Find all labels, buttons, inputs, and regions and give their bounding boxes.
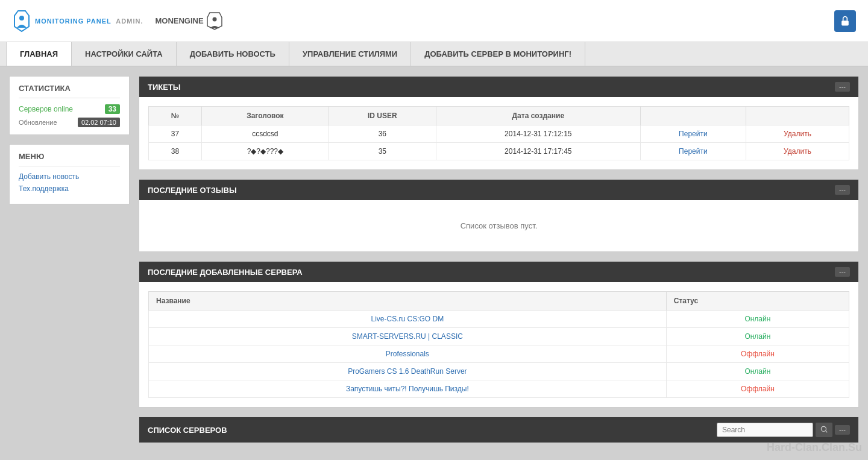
tickets-title: ТИКЕТЫ — [148, 83, 181, 92]
server-list-title: СПИСОК СЕРВЕРОВ — [148, 426, 227, 435]
svg-marker-0 — [14, 11, 29, 31]
nav-item-settings[interactable]: НАСТРОЙКИ САЙТА — [72, 42, 177, 66]
col-num: № — [149, 107, 202, 125]
reviews-empty: Список отзывов пуст. — [148, 209, 849, 242]
last-servers-btn[interactable]: --- — [835, 267, 850, 277]
server-status: Оффлайн — [666, 380, 849, 398]
col-server-status: Статус — [666, 292, 849, 310]
stats-title: СТАТИСТИКА — [19, 84, 120, 98]
svg-point-5 — [821, 426, 826, 431]
lock-button[interactable] — [834, 10, 856, 32]
search-icon — [820, 425, 828, 433]
ticket-delete[interactable]: Удалить — [746, 143, 849, 160]
servers-online-count: 33 — [105, 104, 120, 114]
tickets-table: № Заголовок ID USER Дата создание 37 ccs… — [148, 106, 849, 160]
nav-item-styles[interactable]: УПРАВЛЕНИЕ СТИЛЯМИ — [289, 42, 411, 66]
server-status: Онлайн — [666, 310, 849, 328]
svg-point-1 — [19, 16, 24, 20]
nav-item-add-server[interactable]: ДОБАВИТЬ СЕРВЕР В МОНИТОРИНГ! — [411, 42, 585, 66]
search-wrap: --- — [717, 423, 850, 437]
update-label: Обновление — [19, 119, 57, 126]
nav-item-home[interactable]: ГЛАВНАЯ — [6, 42, 72, 66]
server-list-btn[interactable]: --- — [835, 425, 850, 435]
logo-monitoring: MONITORING PANEL ADMIN. — [12, 10, 143, 33]
server-name[interactable]: Live-CS.ru CS:GO DM — [149, 310, 667, 328]
table-row: 38 ?◆?◆???◆ 35 2014-12-31 17:17:45 Перей… — [149, 143, 849, 160]
svg-line-6 — [826, 431, 828, 433]
search-input[interactable] — [717, 423, 813, 437]
last-servers-title: ПОСЛЕДНИЕ ДОБАВЛЕННЫЕ СЕРВЕРА — [148, 268, 303, 277]
server-status: Онлайн — [666, 328, 849, 345]
last-servers-header: ПОСЛЕДНИЕ ДОБАВЛЕННЫЕ СЕРВЕРА --- — [139, 262, 858, 282]
last-servers-body: Название Статус Live-CS.ru CS:GO DM Онла… — [139, 282, 858, 407]
ticket-go[interactable]: Перейти — [640, 143, 746, 160]
reviews-body: Список отзывов пуст. — [139, 200, 858, 251]
col-date: Дата создание — [436, 107, 640, 125]
ticket-userid: 35 — [329, 143, 436, 160]
svg-rect-4 — [841, 20, 849, 25]
table-row: 37 ccsdcsd 36 2014-12-31 17:12:15 Перейт… — [149, 125, 849, 143]
tickets-panel: ТИКЕТЫ --- № Заголовок ID USER Дата созд… — [139, 76, 859, 170]
ticket-num: 38 — [149, 143, 202, 160]
cs-player-icon — [12, 10, 31, 33]
server-name[interactable]: ProGamers CS 1.6 DeathRun Server — [149, 363, 667, 380]
list-item: ProGamers CS 1.6 DeathRun Server Онлайн — [149, 363, 849, 380]
stats-section: СТАТИСТИКА Серверов online 33 Обновление… — [9, 76, 130, 135]
reviews-btn[interactable]: --- — [835, 185, 850, 195]
menu-section: МЕНЮ Добавить новость Тех.поддержка — [9, 144, 130, 204]
ticket-userid: 36 — [329, 125, 436, 143]
list-item: Professionals Оффлайн — [149, 345, 849, 363]
navigation: ГЛАВНАЯ НАСТРОЙКИ САЙТА ДОБАВИТЬ НОВОСТЬ… — [0, 42, 868, 67]
monengine-icon — [206, 11, 223, 31]
servers-online-label: Серверов online — [19, 105, 73, 113]
server-status: Онлайн — [666, 363, 849, 380]
server-list-header: СПИСОК СЕРВЕРОВ --- — [139, 417, 858, 443]
ticket-date: 2014-12-31 17:12:15 — [436, 125, 640, 143]
ticket-num: 37 — [149, 125, 202, 143]
tickets-body: № Заголовок ID USER Дата создание 37 ccs… — [139, 97, 858, 169]
logo-monengine: MONENGINE — [155, 11, 222, 31]
col-action1 — [640, 107, 746, 125]
main-layout: СТАТИСТИКА Серверов online 33 Обновление… — [0, 67, 868, 460]
menu-title: МЕНЮ — [19, 152, 120, 166]
server-name[interactable]: Запустишь читы?! Получишь Пизды! — [149, 380, 667, 398]
header-logo: MONITORING PANEL ADMIN. MONENGINE — [12, 10, 223, 33]
ticket-subject: ?◆?◆???◆ — [201, 143, 329, 160]
update-time: 02.02 07:10 — [78, 118, 120, 127]
last-servers-panel: ПОСЛЕДНИЕ ДОБАВЛЕННЫЕ СЕРВЕРА --- Назван… — [139, 261, 859, 408]
update-row: Обновление 02.02 07:10 — [19, 118, 120, 127]
ticket-subject: ccsdcsd — [201, 125, 329, 143]
menu-add-news[interactable]: Добавить новость — [19, 172, 120, 181]
server-name[interactable]: SMART-SERVERS.RU | CLASSIC — [149, 328, 667, 345]
header: MONITORING PANEL ADMIN. MONENGINE — [0, 0, 868, 42]
svg-point-3 — [212, 17, 216, 21]
tickets-header: ТИКЕТЫ --- — [139, 77, 858, 97]
lock-icon — [839, 15, 851, 27]
content: ТИКЕТЫ --- № Заголовок ID USER Дата созд… — [139, 76, 859, 452]
reviews-panel: ПОСЛЕДНИЕ ОТЗЫВЫ --- Список отзывов пуст… — [139, 179, 859, 252]
nav-item-add-news[interactable]: ДОБАВИТЬ НОВОСТЬ — [177, 42, 289, 66]
tickets-btn[interactable]: --- — [835, 82, 850, 92]
reviews-title: ПОСЛЕДНИЕ ОТЗЫВЫ — [148, 186, 237, 195]
col-userid: ID USER — [329, 107, 436, 125]
list-item: SMART-SERVERS.RU | CLASSIC Онлайн — [149, 328, 849, 345]
menu-tech-support[interactable]: Тех.поддержка — [19, 184, 120, 193]
last-servers-table: Название Статус Live-CS.ru CS:GO DM Онла… — [148, 291, 849, 398]
search-button[interactable] — [816, 423, 832, 437]
logo-text: MONITORING PANEL ADMIN. — [35, 17, 143, 25]
server-status: Оффлайн — [666, 345, 849, 363]
sidebar: СТАТИСТИКА Серверов online 33 Обновление… — [9, 76, 130, 452]
list-item: Live-CS.ru CS:GO DM Онлайн — [149, 310, 849, 328]
ticket-delete[interactable]: Удалить — [746, 125, 849, 143]
ticket-go[interactable]: Перейти — [640, 125, 746, 143]
server-list-panel: СПИСОК СЕРВЕРОВ --- — [139, 417, 859, 443]
reviews-header: ПОСЛЕДНИЕ ОТЗЫВЫ --- — [139, 180, 858, 200]
col-action2 — [746, 107, 849, 125]
monengine-text: MONENGINE — [155, 16, 203, 25]
col-server-name: Название — [149, 292, 667, 310]
servers-online-row: Серверов online 33 — [19, 104, 120, 114]
col-subject: Заголовок — [201, 107, 329, 125]
ticket-date: 2014-12-31 17:17:45 — [436, 143, 640, 160]
logo-monitoring-text: MONITORING PANEL — [35, 17, 112, 25]
server-name[interactable]: Professionals — [149, 345, 667, 363]
